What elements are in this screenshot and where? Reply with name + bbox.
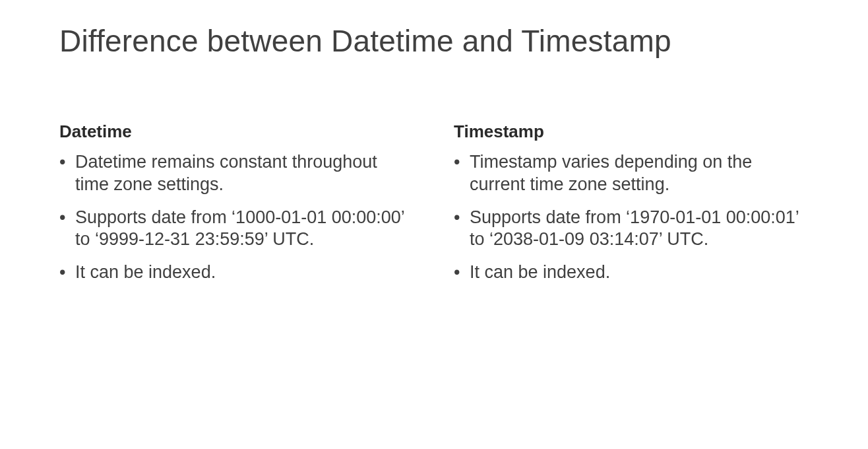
left-list: Datetime remains constant throughout tim… [59,151,414,284]
left-column: Datetime Datetime remains constant throu… [59,121,414,294]
left-heading: Datetime [59,121,414,142]
slide-title: Difference between Datetime and Timestam… [59,23,809,59]
right-heading: Timestamp [454,121,809,142]
list-item: Datetime remains constant throughout tim… [59,151,414,196]
columns-container: Datetime Datetime remains constant throu… [59,121,809,294]
list-item: It can be indexed. [454,261,809,284]
right-list: Timestamp varies depending on the curren… [454,151,809,284]
list-item: Supports date from ‘1000-01-01 00:00:00’… [59,207,414,252]
list-item: Supports date from ‘1970-01-01 00:00:01’… [454,207,809,252]
right-column: Timestamp Timestamp varies depending on … [454,121,809,294]
list-item: It can be indexed. [59,261,414,284]
list-item: Timestamp varies depending on the curren… [454,151,809,196]
